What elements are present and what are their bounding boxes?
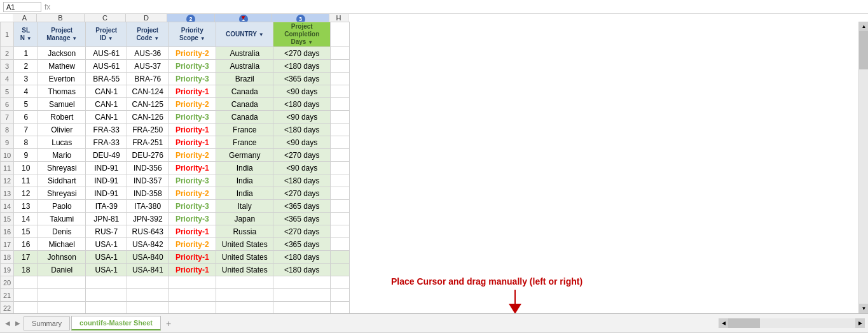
spreadsheet: fx A B C D 2 E 1 ▼ F 3 G H xyxy=(0,0,868,333)
annotation-arrow-icon xyxy=(502,290,528,313)
tabs-row: ◀ ▶ Summary countifs-Master Sheet + ◀ ▶ xyxy=(0,314,868,333)
data-table: 1 SLN ▼ ProjectManage ▼ ProjectID ▼ Proj… xyxy=(0,22,350,313)
table-row: 9 8 Lucas FRA-33 FRA-251 Priority-1 Fran… xyxy=(1,136,350,149)
annotation-container: Place Cursor and drag manually (left or … xyxy=(391,276,582,313)
col-priority-header[interactable]: PriorityScope ▼ xyxy=(169,22,216,47)
table-row: 8 7 Olivier FRA-33 FRA-250 Priority-1 Fr… xyxy=(1,124,350,136)
table-row: 17 16 Michael USA-1 USA-842 Priority-2 U… xyxy=(1,238,350,251)
col-sl-header[interactable]: SLN ▼ xyxy=(14,22,38,47)
empty-row-22: 22 xyxy=(1,302,350,314)
table-row: 14 13 Paolo ITA-39 ITA-380 Priority-3 It… xyxy=(1,200,350,213)
tab-summary[interactable]: Summary xyxy=(24,316,70,330)
row-num-1: 1 xyxy=(1,22,14,47)
col-h-empty xyxy=(331,22,350,47)
col-letters-row: A B C D 2 E 1 ▼ F 3 G H xyxy=(13,14,868,22)
table-row: 19 18 Daniel USA-1 USA-841 Priority-1 Un… xyxy=(1,264,350,276)
main-content: 1 SLN ▼ ProjectManage ▼ ProjectID ▼ Proj… xyxy=(0,22,868,313)
h-scroll-thumb[interactable] xyxy=(728,318,760,328)
tab-nav-right[interactable]: ▶ xyxy=(13,320,22,327)
table-row: 12 11 Siddhart IND-91 IND-357 Priority-3… xyxy=(1,174,350,187)
formula-bar: fx xyxy=(0,0,868,14)
formula-separator: fx xyxy=(45,3,50,11)
table-row: 6 5 Samuel CAN-1 CAN-125 Priority-2 Cana… xyxy=(1,98,350,111)
col-e-header[interactable]: 2 E xyxy=(167,14,215,22)
bottom-area: ◀ ▶ Summary countifs-Master Sheet + ◀ ▶ xyxy=(0,313,868,333)
col-d-header[interactable]: D xyxy=(126,14,167,22)
col-days-header[interactable]: ProjectCompletionDays ▼ xyxy=(273,22,331,47)
col-manager-header[interactable]: ProjectManage ▼ xyxy=(38,22,86,47)
col-h-header[interactable]: H xyxy=(329,14,348,22)
tab-countifs[interactable]: countifs-Master Sheet xyxy=(71,316,161,330)
scroll-up-button[interactable]: ▲ xyxy=(859,22,868,31)
annotation-text: Place Cursor and drag manually (left or … xyxy=(391,276,582,287)
table-row: 11 10 Shreyasi IND-91 IND-356 Priority-1… xyxy=(1,162,350,174)
tab-add-button[interactable]: + xyxy=(162,317,175,330)
table-row: 3 2 Mathew AUS-61 AUS-37 Priority-3 Aust… xyxy=(1,60,350,73)
col-projcode-header[interactable]: ProjectCode ▼ xyxy=(127,22,169,47)
table-row: 15 14 Takumi JPN-81 JPN-392 Priority-3 J… xyxy=(1,213,350,225)
scroll-thumb[interactable] xyxy=(859,31,868,69)
col-f-arrow: ▼ xyxy=(240,14,247,21)
empty-row-21: 21 xyxy=(1,289,350,302)
empty-row-20: 20 xyxy=(1,276,350,289)
col-g-header[interactable]: 3 G xyxy=(272,14,329,22)
table-row: 2 1 Jackson AUS-61 AUS-36 Priority-2 Aus… xyxy=(1,47,350,60)
table-row: 5 4 Thomas CAN-1 CAN-124 Priority-1 Cana… xyxy=(1,85,350,98)
h-scroll-area: ◀ ▶ xyxy=(176,318,865,328)
table-row: 10 9 Mario DEU-49 DEU-276 Priority-2 Ger… xyxy=(1,149,350,162)
tab-nav-left[interactable]: ◀ xyxy=(3,320,12,327)
scroll-left-button[interactable]: ◀ xyxy=(719,318,728,328)
col-c-header[interactable]: C xyxy=(85,14,126,22)
scroll-down-button[interactable]: ▼ xyxy=(859,304,868,313)
scroll-track[interactable] xyxy=(859,31,868,304)
col-projid-header[interactable]: ProjectID ▼ xyxy=(86,22,127,47)
table-area: 1 SLN ▼ ProjectManage ▼ ProjectID ▼ Proj… xyxy=(0,22,868,313)
h-scroll-track[interactable] xyxy=(728,318,855,328)
header-row: 1 SLN ▼ ProjectManage ▼ ProjectID ▼ Proj… xyxy=(1,22,350,47)
col-b-header[interactable]: B xyxy=(37,14,85,22)
table-row: 7 6 Robert CAN-1 CAN-126 Priority-3 Cana… xyxy=(1,111,350,124)
table-row: 18 17 Johnson USA-1 USA-840 Priority-1 U… xyxy=(1,251,350,264)
col-a-header[interactable]: A xyxy=(13,14,37,22)
table-row: 13 12 Shreyasi IND-91 IND-358 Priority-2… xyxy=(1,187,350,200)
table-row: 4 3 Everton BRA-55 BRA-76 Priority-3 Bra… xyxy=(1,73,350,85)
scroll-right-button[interactable]: ▶ xyxy=(855,318,865,328)
svg-marker-1 xyxy=(509,304,521,313)
table-row: 16 15 Denis RUS-7 RUS-643 Priority-1 Rus… xyxy=(1,225,350,238)
vertical-scrollbar[interactable]: ▲ ▼ xyxy=(858,22,868,313)
col-country-header[interactable]: COUNTRY ▼ xyxy=(216,22,273,47)
col-f-header[interactable]: 1 ▼ F xyxy=(215,14,272,22)
name-box[interactable] xyxy=(3,2,41,12)
